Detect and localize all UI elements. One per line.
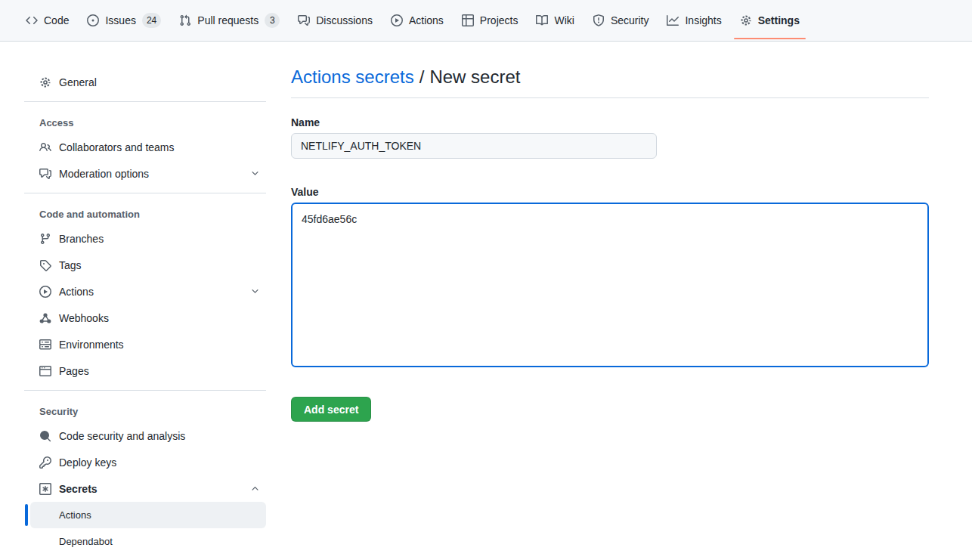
tab-issues[interactable]: Issues 24 (81, 9, 167, 32)
tab-actions[interactable]: Actions (385, 9, 450, 32)
sidebar-item-general[interactable]: General (24, 69, 266, 95)
key-asterisk-icon (39, 483, 51, 495)
sidebar-item-label: Moderation options (59, 168, 149, 180)
browser-icon (39, 365, 51, 377)
server-icon (39, 339, 51, 351)
tab-discussions[interactable]: Discussions (292, 9, 379, 32)
divider (24, 390, 266, 391)
tab-issues-label: Issues (105, 14, 135, 26)
sidebar-subitem-label: Dependabot (59, 536, 113, 547)
sidebar-section-security: Security (24, 397, 266, 422)
issue-opened-icon (87, 14, 99, 26)
play-icon (391, 14, 403, 26)
chevron-down-icon (250, 169, 260, 178)
sidebar-subitem-dependabot-secrets[interactable]: Dependabot (30, 528, 266, 555)
sidebar-item-label: Pages (59, 365, 89, 377)
sidebar-item-label: Webhooks (59, 312, 109, 324)
sidebar-item-label: Actions (59, 286, 94, 298)
tab-discussions-label: Discussions (316, 14, 373, 26)
actions-secrets-link[interactable]: Actions secrets (291, 67, 414, 87)
name-field-group: Name (291, 116, 929, 159)
book-icon (536, 14, 548, 26)
sidebar-item-label: Secrets (59, 483, 98, 495)
code-icon (26, 14, 38, 26)
sidebar-item-collaborators-and-teams[interactable]: Collaborators and teams (24, 134, 266, 160)
gear-icon (39, 76, 51, 88)
chevron-up-icon (250, 484, 260, 493)
tab-wiki[interactable]: Wiki (530, 9, 580, 32)
name-label: Name (291, 116, 929, 128)
pull-requests-counter-badge: 3 (265, 13, 280, 28)
tab-projects[interactable]: Projects (456, 9, 525, 32)
sidebar-item-label: Code security and analysis (59, 430, 185, 442)
code-scan-icon (39, 430, 51, 442)
sidebar-item-pages[interactable]: Pages (24, 357, 266, 384)
sidebar-item-deploy-keys[interactable]: Deploy keys (24, 449, 266, 475)
tab-settings-label: Settings (758, 14, 800, 26)
webhook-icon (39, 312, 51, 324)
tab-code-label: Code (44, 14, 69, 26)
sidebar-item-label: Branches (59, 233, 104, 245)
comment-discussion-icon (39, 168, 51, 180)
gear-icon (740, 14, 752, 26)
breadcrumb-current: New secret (429, 67, 520, 87)
tab-pull-requests-label: Pull requests (197, 14, 258, 26)
sidebar-item-label: General (59, 76, 97, 88)
sidebar-item-code-security-and-analysis[interactable]: Code security and analysis (24, 422, 266, 449)
tab-security-label: Security (611, 14, 649, 26)
secrets-sub-list: Actions Dependabot (30, 502, 266, 555)
sidebar-item-label: Collaborators and teams (59, 141, 175, 153)
tab-projects-label: Projects (480, 14, 519, 26)
sidebar-item-webhooks[interactable]: Webhooks (24, 305, 266, 331)
value-field-group: Value 45fd6ae56c (291, 186, 929, 370)
sidebar-item-secrets[interactable]: Secrets (24, 475, 266, 502)
graph-icon (667, 14, 679, 26)
key-icon (39, 456, 51, 469)
sidebar-item-tags[interactable]: Tags (24, 252, 266, 278)
tab-pull-requests[interactable]: Pull requests 3 (173, 9, 286, 32)
sidebar-item-moderation-options[interactable]: Moderation options (24, 160, 266, 187)
secret-name-input[interactable] (291, 133, 657, 159)
divider (24, 193, 266, 193)
sidebar-section-access: Access (24, 108, 266, 134)
sidebar-item-branches[interactable]: Branches (24, 225, 266, 252)
new-secret-content: Actions secrets/New secret Name Value 45… (266, 61, 972, 422)
sidebar-item-label: Environments (59, 339, 124, 351)
chevron-down-icon (250, 286, 260, 296)
page-title: Actions secrets/New secret (291, 66, 929, 88)
sidebar-item-label: Tags (59, 259, 82, 271)
secret-value-textarea[interactable]: 45fd6ae56c (291, 203, 929, 367)
tab-settings[interactable]: Settings (734, 9, 806, 32)
table-icon (462, 14, 474, 26)
tab-actions-label: Actions (409, 14, 444, 26)
settings-sidebar: General Access Collaborators and teams M… (24, 61, 266, 555)
play-icon (39, 286, 51, 298)
tab-wiki-label: Wiki (554, 14, 574, 26)
sidebar-section-code-and-automation: Code and automation (24, 200, 266, 225)
tab-security[interactable]: Security (587, 9, 655, 32)
add-secret-button[interactable]: Add secret (291, 397, 371, 422)
git-branch-icon (39, 233, 51, 245)
value-label: Value (291, 186, 929, 198)
divider (291, 97, 929, 98)
tab-insights-label: Insights (685, 14, 721, 26)
divider (24, 101, 266, 102)
tab-insights[interactable]: Insights (661, 9, 727, 32)
sidebar-item-environments[interactable]: Environments (24, 331, 266, 357)
sidebar-subitem-label: Actions (59, 509, 91, 521)
issues-counter-badge: 24 (142, 13, 161, 28)
tab-code[interactable]: Code (20, 9, 75, 32)
comment-discussion-icon (298, 14, 310, 26)
sidebar-item-label: Deploy keys (59, 456, 116, 469)
shield-icon (593, 14, 605, 26)
people-icon (39, 141, 51, 153)
tag-icon (39, 259, 51, 271)
git-pull-request-icon (179, 14, 191, 26)
sidebar-subitem-actions-secrets[interactable]: Actions (30, 502, 266, 528)
breadcrumb-separator: / (419, 67, 425, 87)
sidebar-item-actions[interactable]: Actions (24, 278, 266, 305)
repo-nav: Code Issues 24 Pull requests 3 Discussio… (0, 0, 972, 42)
